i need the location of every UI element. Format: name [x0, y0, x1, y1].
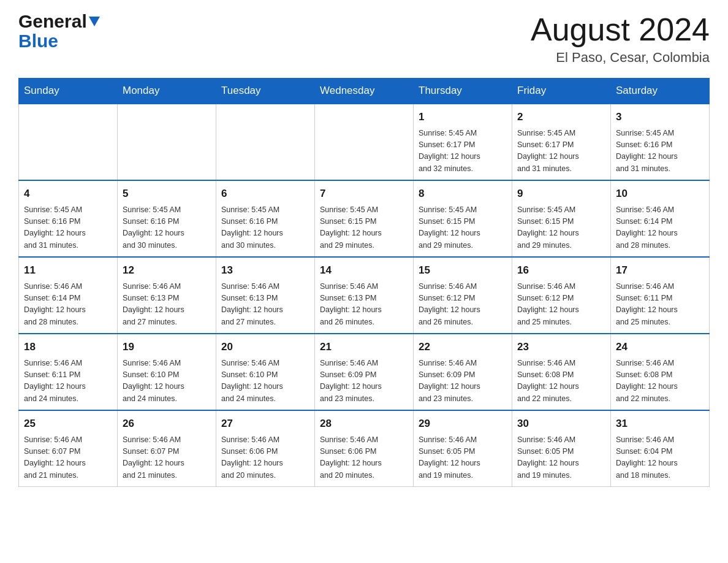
day-info: Sunrise: 5:46 AMSunset: 6:09 PMDaylight:… — [320, 358, 408, 405]
table-row — [315, 104, 414, 180]
table-row: 2Sunrise: 5:45 AMSunset: 6:17 PMDaylight… — [512, 104, 611, 180]
day-info: Sunrise: 5:46 AMSunset: 6:13 PMDaylight:… — [320, 281, 408, 329]
day-info: Sunrise: 5:46 AMSunset: 6:06 PMDaylight:… — [221, 434, 309, 482]
table-row: 28Sunrise: 5:46 AMSunset: 6:06 PMDayligh… — [315, 410, 414, 487]
day-info: Sunrise: 5:45 AMSunset: 6:16 PMDaylight:… — [24, 204, 112, 252]
day-number: 1 — [419, 109, 507, 125]
day-number: 29 — [419, 416, 507, 432]
day-info: Sunrise: 5:46 AMSunset: 6:08 PMDaylight:… — [517, 358, 605, 405]
day-number: 18 — [24, 339, 112, 355]
day-number: 28 — [320, 416, 408, 432]
table-row: 10Sunrise: 5:46 AMSunset: 6:14 PMDayligh… — [611, 180, 710, 257]
day-info: Sunrise: 5:46 AMSunset: 6:13 PMDaylight:… — [221, 281, 309, 329]
table-row: 29Sunrise: 5:46 AMSunset: 6:05 PMDayligh… — [414, 410, 512, 487]
table-row: 15Sunrise: 5:46 AMSunset: 6:12 PMDayligh… — [414, 257, 512, 334]
day-info: Sunrise: 5:46 AMSunset: 6:08 PMDaylight:… — [616, 358, 704, 405]
table-row: 5Sunrise: 5:45 AMSunset: 6:16 PMDaylight… — [118, 180, 216, 257]
table-row: 14Sunrise: 5:46 AMSunset: 6:13 PMDayligh… — [315, 257, 414, 334]
day-info: Sunrise: 5:46 AMSunset: 6:14 PMDaylight:… — [24, 281, 112, 329]
logo-general-text: General — [18, 12, 87, 31]
table-row: 18Sunrise: 5:46 AMSunset: 6:11 PMDayligh… — [19, 334, 118, 410]
day-info: Sunrise: 5:46 AMSunset: 6:12 PMDaylight:… — [517, 281, 605, 329]
day-info: Sunrise: 5:46 AMSunset: 6:09 PMDaylight:… — [419, 358, 507, 405]
day-info: Sunrise: 5:45 AMSunset: 6:16 PMDaylight:… — [221, 204, 309, 252]
day-number: 26 — [123, 416, 211, 432]
day-number: 11 — [24, 262, 112, 278]
table-row: 19Sunrise: 5:46 AMSunset: 6:10 PMDayligh… — [118, 334, 216, 410]
table-row: 30Sunrise: 5:46 AMSunset: 6:05 PMDayligh… — [512, 410, 611, 487]
day-number: 4 — [24, 186, 112, 202]
day-number: 17 — [616, 262, 704, 278]
table-row: 25Sunrise: 5:46 AMSunset: 6:07 PMDayligh… — [19, 410, 118, 487]
day-number: 5 — [123, 186, 211, 202]
table-row: 1Sunrise: 5:45 AMSunset: 6:17 PMDaylight… — [414, 104, 512, 180]
logo-blue-text: Blue — [18, 32, 58, 50]
day-number: 8 — [419, 186, 507, 202]
day-number: 12 — [123, 262, 211, 278]
day-info: Sunrise: 5:46 AMSunset: 6:05 PMDaylight:… — [419, 434, 507, 482]
title-section: August 2024 El Paso, Cesar, Colombia — [531, 12, 710, 66]
day-info: Sunrise: 5:46 AMSunset: 6:12 PMDaylight:… — [419, 281, 507, 329]
table-row: 27Sunrise: 5:46 AMSunset: 6:06 PMDayligh… — [216, 410, 315, 487]
col-monday: Monday — [118, 79, 216, 104]
calendar-header-row: Sunday Monday Tuesday Wednesday Thursday… — [19, 79, 710, 104]
month-title: August 2024 — [531, 12, 710, 47]
day-number: 20 — [221, 339, 309, 355]
table-row: 6Sunrise: 5:45 AMSunset: 6:16 PMDaylight… — [216, 180, 315, 257]
day-info: Sunrise: 5:45 AMSunset: 6:15 PMDaylight:… — [517, 204, 605, 252]
table-row: 22Sunrise: 5:46 AMSunset: 6:09 PMDayligh… — [414, 334, 512, 410]
day-info: Sunrise: 5:46 AMSunset: 6:04 PMDaylight:… — [616, 434, 704, 482]
day-number: 7 — [320, 186, 408, 202]
col-friday: Friday — [512, 79, 611, 104]
col-thursday: Thursday — [414, 79, 512, 104]
day-info: Sunrise: 5:46 AMSunset: 6:13 PMDaylight:… — [123, 281, 211, 329]
day-number: 3 — [616, 109, 704, 125]
day-number: 16 — [517, 262, 605, 278]
calendar-week-row: 25Sunrise: 5:46 AMSunset: 6:07 PMDayligh… — [19, 410, 710, 487]
day-number: 30 — [517, 416, 605, 432]
day-number: 13 — [221, 262, 309, 278]
day-number: 27 — [221, 416, 309, 432]
day-info: Sunrise: 5:46 AMSunset: 6:10 PMDaylight:… — [123, 358, 211, 405]
location-subtitle: El Paso, Cesar, Colombia — [531, 50, 710, 66]
calendar-week-row: 1Sunrise: 5:45 AMSunset: 6:17 PMDaylight… — [19, 104, 710, 180]
table-row: 21Sunrise: 5:46 AMSunset: 6:09 PMDayligh… — [315, 334, 414, 410]
table-row: 20Sunrise: 5:46 AMSunset: 6:10 PMDayligh… — [216, 334, 315, 410]
svg-marker-0 — [89, 17, 100, 26]
day-info: Sunrise: 5:46 AMSunset: 6:11 PMDaylight:… — [616, 281, 704, 329]
day-info: Sunrise: 5:45 AMSunset: 6:17 PMDaylight:… — [517, 128, 605, 175]
table-row — [216, 104, 315, 180]
table-row: 12Sunrise: 5:46 AMSunset: 6:13 PMDayligh… — [118, 257, 216, 334]
day-info: Sunrise: 5:45 AMSunset: 6:16 PMDaylight:… — [123, 204, 211, 252]
day-number: 6 — [221, 186, 309, 202]
table-row: 31Sunrise: 5:46 AMSunset: 6:04 PMDayligh… — [611, 410, 710, 487]
day-number: 31 — [616, 416, 704, 432]
logo-arrow-icon — [88, 14, 101, 28]
day-number: 10 — [616, 186, 704, 202]
day-info: Sunrise: 5:46 AMSunset: 6:11 PMDaylight:… — [24, 358, 112, 405]
calendar-week-row: 4Sunrise: 5:45 AMSunset: 6:16 PMDaylight… — [19, 180, 710, 257]
day-number: 21 — [320, 339, 408, 355]
day-number: 14 — [320, 262, 408, 278]
table-row: 3Sunrise: 5:45 AMSunset: 6:16 PMDaylight… — [611, 104, 710, 180]
table-row: 8Sunrise: 5:45 AMSunset: 6:15 PMDaylight… — [414, 180, 512, 257]
col-saturday: Saturday — [611, 79, 710, 104]
table-row: 11Sunrise: 5:46 AMSunset: 6:14 PMDayligh… — [19, 257, 118, 334]
day-info: Sunrise: 5:46 AMSunset: 6:07 PMDaylight:… — [24, 434, 112, 482]
day-number: 15 — [419, 262, 507, 278]
table-row: 26Sunrise: 5:46 AMSunset: 6:07 PMDayligh… — [118, 410, 216, 487]
page-header: General Blue August 2024 El Paso, Cesar,… — [18, 12, 710, 66]
table-row: 13Sunrise: 5:46 AMSunset: 6:13 PMDayligh… — [216, 257, 315, 334]
day-number: 2 — [517, 109, 605, 125]
calendar-table: Sunday Monday Tuesday Wednesday Thursday… — [18, 78, 710, 487]
day-number: 9 — [517, 186, 605, 202]
table-row: 16Sunrise: 5:46 AMSunset: 6:12 PMDayligh… — [512, 257, 611, 334]
table-row: 23Sunrise: 5:46 AMSunset: 6:08 PMDayligh… — [512, 334, 611, 410]
day-info: Sunrise: 5:46 AMSunset: 6:14 PMDaylight:… — [616, 204, 704, 252]
col-tuesday: Tuesday — [216, 79, 315, 104]
day-number: 24 — [616, 339, 704, 355]
day-number: 22 — [419, 339, 507, 355]
day-info: Sunrise: 5:45 AMSunset: 6:15 PMDaylight:… — [320, 204, 408, 252]
table-row: 4Sunrise: 5:45 AMSunset: 6:16 PMDaylight… — [19, 180, 118, 257]
day-info: Sunrise: 5:45 AMSunset: 6:16 PMDaylight:… — [616, 128, 704, 175]
